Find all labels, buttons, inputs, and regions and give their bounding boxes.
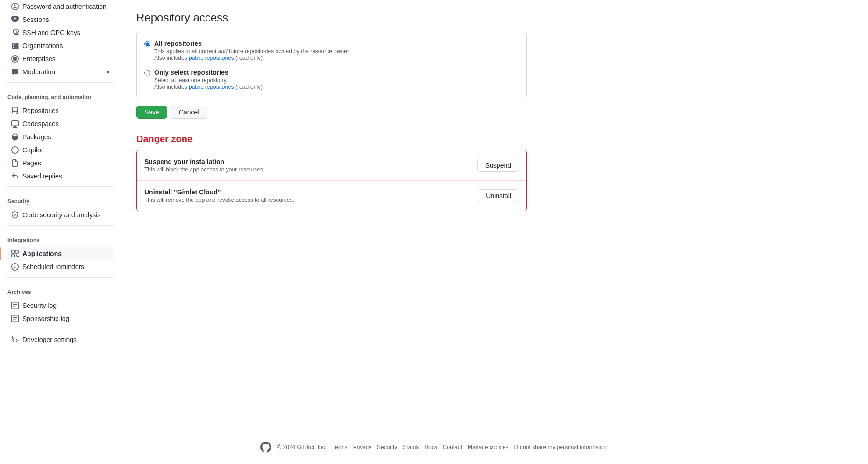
sidebar-item-organizations[interactable]: Organizations (7, 39, 114, 52)
globe-icon (11, 55, 19, 63)
select-repos-desc-text: Select at least one repository.Also incl… (154, 77, 264, 90)
sidebar-section-code: Code, planning, and automation (7, 86, 114, 104)
shield-icon (11, 3, 19, 10)
public-repos-link[interactable]: public repositories (189, 55, 234, 61)
sidebar-item-applications[interactable]: Applications (7, 247, 114, 260)
sidebar-item-ssh-gpg[interactable]: SSH and GPG keys (7, 26, 114, 39)
sidebar-divider-3 (7, 225, 114, 226)
repo-icon (11, 107, 19, 114)
sidebar-label-codespaces: Codespaces (22, 120, 59, 128)
radio-option-select: Only select repositories Select at least… (144, 69, 519, 90)
public-repos-link-2[interactable]: public repositories (189, 84, 234, 90)
uninstall-button[interactable]: Uninstall (478, 189, 519, 202)
sponsorship-log-icon (11, 315, 19, 322)
sidebar-label-organizations: Organizations (22, 42, 63, 50)
sidebar-label-scheduled-reminders: Scheduled reminders (22, 263, 84, 271)
reply-icon (11, 172, 19, 180)
sidebar-label-saved-replies: Saved replies (22, 172, 62, 180)
broadcast-icon (11, 16, 19, 23)
apps-icon (11, 250, 19, 257)
footer-link-privacy[interactable]: Privacy (353, 444, 371, 450)
page-footer: © 2024 GitHub, Inc. Terms Privacy Securi… (0, 430, 868, 464)
sidebar-label-sponsorship-log: Sponsorship log (22, 315, 69, 322)
sidebar: Password and authentication Sessions SSH… (0, 0, 121, 430)
copilot-icon (11, 146, 19, 154)
sidebar-item-packages[interactable]: Packages (7, 130, 114, 143)
radio-all-repos-desc: This applies to all current and future r… (154, 48, 350, 61)
sidebar-label-sessions: Sessions (22, 16, 49, 23)
sidebar-item-copilot[interactable]: Copilot (7, 143, 114, 157)
sidebar-item-password-auth[interactable]: Password and authentication (7, 0, 114, 13)
sidebar-label-security-log: Security log (22, 302, 57, 309)
sidebar-label-copilot: Copilot (22, 146, 43, 154)
suspend-button[interactable]: Suspend (477, 159, 519, 172)
code-icon (11, 336, 19, 343)
pages-icon (11, 159, 19, 167)
danger-row-uninstall-text: Uninstall "Gimlet Cloud" This will remov… (144, 188, 294, 203)
sidebar-item-sponsorship-log[interactable]: Sponsorship log (7, 312, 114, 325)
danger-row-suspend: Suspend your installation This will bloc… (137, 150, 526, 181)
sidebar-divider-1 (7, 82, 114, 83)
sidebar-item-pages[interactable]: Pages (7, 157, 114, 170)
radio-all-repos[interactable] (144, 41, 150, 47)
sidebar-label-developer-settings: Developer settings (22, 336, 77, 343)
btn-row: Save Cancel (136, 106, 527, 119)
comment-icon (11, 68, 19, 76)
danger-zone-title: Danger zone (136, 134, 527, 144)
sidebar-divider-2 (7, 186, 114, 187)
footer-link-contact[interactable]: Contact (443, 444, 462, 450)
footer-link-terms[interactable]: Terms (332, 444, 348, 450)
org-icon (11, 42, 19, 50)
footer-link-manage-cookies[interactable]: Manage cookies (468, 444, 508, 450)
sidebar-item-scheduled-reminders[interactable]: Scheduled reminders (7, 260, 114, 273)
cancel-button[interactable]: Cancel (171, 106, 207, 119)
footer-link-docs[interactable]: Docs (424, 444, 437, 450)
radio-all-repos-label[interactable]: All repositories (154, 40, 202, 47)
security-log-icon (11, 302, 19, 309)
sidebar-item-code-security[interactable]: Code security and analysis (7, 208, 114, 221)
footer-link-security[interactable]: Security (377, 444, 397, 450)
danger-row-suspend-text: Suspend your installation This will bloc… (144, 158, 264, 173)
github-logo (260, 442, 271, 453)
radio-option-all: All repositories This applies to all cur… (144, 40, 519, 61)
main-content: Repository access All repositories This … (121, 0, 542, 430)
sidebar-item-saved-replies[interactable]: Saved replies (7, 170, 114, 183)
danger-zone-box: Suspend your installation This will bloc… (136, 150, 527, 211)
danger-row-suspend-desc: This will block the app access to your r… (144, 166, 264, 173)
sidebar-label-applications: Applications (22, 250, 62, 257)
shield-check-icon (11, 211, 19, 219)
radio-select-repos-desc: Select at least one repository.Also incl… (154, 77, 264, 90)
danger-row-uninstall-title: Uninstall "Gimlet Cloud" (144, 188, 294, 196)
danger-row-uninstall-desc: This will remove the app and revoke acce… (144, 197, 294, 203)
footer-link-status[interactable]: Status (403, 444, 419, 450)
codespaces-icon (11, 120, 19, 128)
sidebar-label-password-auth: Password and authentication (22, 3, 107, 10)
chevron-down-icon: ▾ (107, 68, 110, 76)
save-button[interactable]: Save (136, 106, 167, 119)
sidebar-label-code-security: Code security and analysis (22, 211, 100, 219)
repo-access-title: Repository access (136, 11, 527, 24)
radio-select-repos-label[interactable]: Only select repositories (154, 69, 228, 76)
sidebar-item-security-log[interactable]: Security log (7, 299, 114, 312)
repo-access-box: All repositories This applies to all cur… (136, 32, 527, 98)
footer-link-do-not-share[interactable]: Do not share my personal information (514, 444, 607, 450)
sidebar-item-developer-settings[interactable]: Developer settings (7, 333, 114, 346)
package-icon (11, 133, 19, 141)
sidebar-label-packages: Packages (22, 133, 51, 141)
all-repos-desc-text: This applies to all current and future r… (154, 48, 350, 61)
sidebar-label-moderation: Moderation (22, 68, 55, 76)
sidebar-item-codespaces[interactable]: Codespaces (7, 117, 114, 130)
clock-icon (11, 263, 19, 271)
sidebar-item-sessions[interactable]: Sessions (7, 13, 114, 26)
danger-row-uninstall: Uninstall "Gimlet Cloud" This will remov… (137, 181, 526, 211)
sidebar-label-ssh-gpg: SSH and GPG keys (22, 29, 80, 36)
key-icon (11, 29, 19, 36)
sidebar-section-security: Security (7, 191, 114, 208)
sidebar-section-integrations: Integrations (7, 229, 114, 247)
radio-select-repos[interactable] (144, 70, 150, 76)
sidebar-item-repositories[interactable]: Repositories (7, 104, 114, 117)
sidebar-label-pages: Pages (22, 159, 41, 167)
sidebar-label-enterprises: Enterprises (22, 55, 56, 63)
sidebar-item-enterprises[interactable]: Enterprises (7, 52, 114, 65)
sidebar-item-moderation[interactable]: Moderation ▾ (7, 65, 114, 79)
